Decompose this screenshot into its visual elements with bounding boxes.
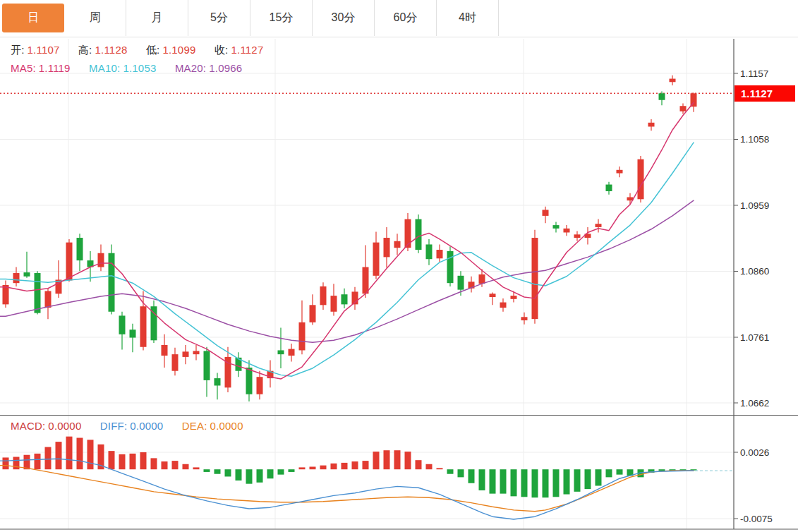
tab-60min[interactable]: 60分 <box>375 0 437 36</box>
svg-text:1.1058: 1.1058 <box>740 134 769 145</box>
macd-legend: MACD:0.0000 DIFF:0.0000 DEA:0.0000 <box>11 420 246 432</box>
interval-tab-bar: 日周月5分15分30分60分4时 <box>0 0 798 37</box>
svg-text:1.0662: 1.0662 <box>740 398 769 409</box>
svg-text:1.0959: 1.0959 <box>740 200 769 211</box>
high-label: 高: <box>78 44 92 56</box>
ma10-value: 1.1053 <box>123 62 156 74</box>
high-value: 1.1128 <box>95 44 128 56</box>
low-value: 1.1099 <box>162 44 195 56</box>
ohlc-legend: 开:1.1107 高:1.1128 低:1.1099 收:1.1127 <box>11 44 266 57</box>
ma20-label: MA20: <box>175 62 206 74</box>
macd-value: 0.0000 <box>48 420 81 432</box>
svg-text:1.0860: 1.0860 <box>740 266 769 277</box>
close-value: 1.1127 <box>231 44 263 56</box>
diff-value: 0.0000 <box>130 420 163 432</box>
svg-text:-0.0075: -0.0075 <box>740 514 773 524</box>
ma5-value: 1.1119 <box>39 62 71 74</box>
ma-legend: MA5:1.1119 MA10:1.1053 MA20:1.0966 <box>11 62 245 74</box>
close-label: 收: <box>214 44 229 56</box>
tab-30min[interactable]: 30分 <box>313 0 375 36</box>
candles-layer <box>3 75 697 401</box>
diff-label: DIFF: <box>100 420 128 432</box>
tab-15min[interactable]: 15分 <box>250 0 313 36</box>
ma5-label: MA5: <box>11 62 36 74</box>
low-label: 低: <box>146 44 160 56</box>
svg-text:1.1157: 1.1157 <box>740 68 768 79</box>
svg-text:0.0026: 0.0026 <box>740 447 769 458</box>
macd-label: MACD: <box>11 420 45 432</box>
svg-text:1.0761: 1.0761 <box>740 332 769 343</box>
ma10-label: MA10: <box>89 62 120 74</box>
tab-5min[interactable]: 5分 <box>188 0 250 36</box>
open-label: 开: <box>11 44 25 56</box>
candlestick-chart-canvas[interactable]: 1.11571.10581.09591.08601.07611.06620.00… <box>0 0 798 532</box>
open-value: 1.1107 <box>28 44 60 56</box>
tab-4hour[interactable]: 4时 <box>437 0 499 36</box>
tab-month[interactable]: 月 <box>126 0 188 36</box>
tab-week[interactable]: 周 <box>64 0 126 36</box>
tab-day[interactable]: 日 <box>2 4 64 32</box>
dea-label: DEA: <box>182 420 207 432</box>
ma20-value: 1.0966 <box>209 62 242 74</box>
dea-value: 0.0000 <box>210 420 243 432</box>
trading-chart-app: { "tab_bar": { "tabs": [ {"name":"day","… <box>0 0 798 532</box>
last-price-badge: 1.1127 <box>734 85 795 102</box>
